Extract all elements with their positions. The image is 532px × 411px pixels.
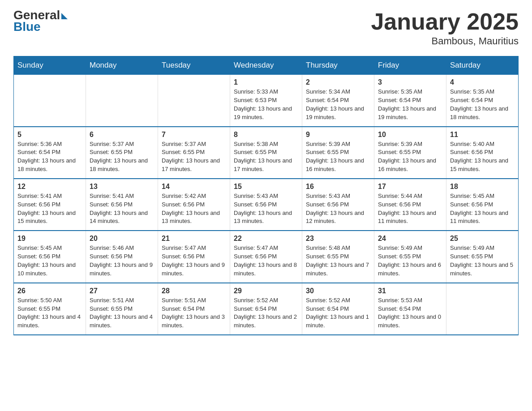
day-info: Sunrise: 5:38 AMSunset: 6:55 PMDaylight:… — [234, 140, 298, 174]
calendar-cell: 20Sunrise: 5:46 AMSunset: 6:56 PMDayligh… — [86, 231, 158, 283]
calendar-week-row: 5Sunrise: 5:36 AMSunset: 6:54 PMDaylight… — [14, 127, 519, 179]
day-number: 7 — [162, 131, 226, 139]
day-info: Sunrise: 5:42 AMSunset: 6:56 PMDaylight:… — [162, 192, 226, 226]
day-info: Sunrise: 5:35 AMSunset: 6:54 PMDaylight:… — [378, 88, 442, 121]
day-info: Sunrise: 5:41 AMSunset: 6:56 PMDaylight:… — [90, 192, 154, 226]
title-block: January 2025 Bambous, Mauritius — [371, 9, 519, 47]
day-info: Sunrise: 5:34 AMSunset: 6:54 PMDaylight:… — [306, 88, 370, 121]
calendar-cell: 7Sunrise: 5:37 AMSunset: 6:55 PMDaylight… — [158, 127, 230, 179]
calendar-cell: 3Sunrise: 5:35 AMSunset: 6:54 PMDaylight… — [374, 75, 446, 127]
calendar-cell: 17Sunrise: 5:44 AMSunset: 6:56 PMDayligh… — [374, 179, 446, 231]
day-info: Sunrise: 5:45 AMSunset: 6:56 PMDaylight:… — [17, 244, 82, 278]
day-number: 5 — [17, 131, 82, 139]
day-info: Sunrise: 5:44 AMSunset: 6:56 PMDaylight:… — [378, 192, 442, 226]
calendar-cell: 11Sunrise: 5:40 AMSunset: 6:56 PMDayligh… — [446, 127, 519, 179]
day-info: Sunrise: 5:52 AMSunset: 6:54 PMDaylight:… — [234, 296, 298, 330]
weekday-header-wednesday: Wednesday — [230, 56, 302, 75]
day-info: Sunrise: 5:51 AMSunset: 6:54 PMDaylight:… — [162, 296, 226, 330]
day-info: Sunrise: 5:47 AMSunset: 6:56 PMDaylight:… — [162, 244, 226, 278]
day-number: 27 — [90, 287, 154, 295]
calendar-cell: 8Sunrise: 5:38 AMSunset: 6:55 PMDaylight… — [230, 127, 302, 179]
day-number: 31 — [378, 287, 442, 295]
calendar-cell: 19Sunrise: 5:45 AMSunset: 6:56 PMDayligh… — [14, 231, 86, 283]
calendar-cell: 16Sunrise: 5:43 AMSunset: 6:56 PMDayligh… — [302, 179, 374, 231]
weekday-header-tuesday: Tuesday — [158, 56, 230, 75]
day-info: Sunrise: 5:46 AMSunset: 6:56 PMDaylight:… — [90, 244, 154, 278]
day-info: Sunrise: 5:43 AMSunset: 6:56 PMDaylight:… — [306, 192, 370, 226]
calendar-cell: 30Sunrise: 5:52 AMSunset: 6:54 PMDayligh… — [302, 283, 374, 335]
day-number: 26 — [17, 287, 82, 295]
calendar-cell: 22Sunrise: 5:47 AMSunset: 6:56 PMDayligh… — [230, 231, 302, 283]
day-info: Sunrise: 5:39 AMSunset: 6:55 PMDaylight:… — [306, 140, 370, 174]
day-number: 21 — [162, 235, 226, 243]
day-info: Sunrise: 5:51 AMSunset: 6:55 PMDaylight:… — [90, 296, 154, 330]
calendar-table: SundayMondayTuesdayWednesdayThursdayFrid… — [13, 56, 519, 335]
day-number: 24 — [378, 235, 442, 243]
day-info: Sunrise: 5:37 AMSunset: 6:55 PMDaylight:… — [162, 140, 226, 174]
day-info: Sunrise: 5:47 AMSunset: 6:56 PMDaylight:… — [234, 244, 298, 278]
day-number: 12 — [17, 183, 82, 191]
calendar-cell: 9Sunrise: 5:39 AMSunset: 6:55 PMDaylight… — [302, 127, 374, 179]
weekday-header-thursday: Thursday — [302, 56, 374, 75]
calendar-cell: 10Sunrise: 5:39 AMSunset: 6:55 PMDayligh… — [374, 127, 446, 179]
calendar-cell: 29Sunrise: 5:52 AMSunset: 6:54 PMDayligh… — [230, 283, 302, 335]
calendar-cell: 24Sunrise: 5:49 AMSunset: 6:55 PMDayligh… — [374, 231, 446, 283]
day-number: 10 — [378, 131, 442, 139]
weekday-header-row: SundayMondayTuesdayWednesdayThursdayFrid… — [14, 56, 519, 75]
day-info: Sunrise: 5:49 AMSunset: 6:55 PMDaylight:… — [378, 244, 442, 278]
day-number: 22 — [234, 235, 298, 243]
day-number: 15 — [234, 183, 298, 191]
day-number: 16 — [306, 183, 370, 191]
day-number: 1 — [234, 78, 298, 86]
weekday-header-saturday: Saturday — [446, 56, 519, 75]
calendar-cell: 25Sunrise: 5:49 AMSunset: 6:55 PMDayligh… — [446, 231, 519, 283]
weekday-header-monday: Monday — [86, 56, 158, 75]
day-number: 19 — [17, 235, 82, 243]
day-number: 28 — [162, 287, 226, 295]
day-info: Sunrise: 5:45 AMSunset: 6:56 PMDaylight:… — [450, 192, 515, 226]
calendar-week-row: 19Sunrise: 5:45 AMSunset: 6:56 PMDayligh… — [14, 231, 519, 283]
day-number: 30 — [306, 287, 370, 295]
calendar-title: January 2025 — [371, 9, 519, 34]
day-number: 2 — [306, 78, 370, 86]
calendar-cell: 2Sunrise: 5:34 AMSunset: 6:54 PMDaylight… — [302, 75, 374, 127]
calendar-cell — [158, 75, 230, 127]
day-info: Sunrise: 5:49 AMSunset: 6:55 PMDaylight:… — [450, 244, 515, 278]
day-number: 4 — [450, 78, 515, 86]
weekday-header-friday: Friday — [374, 56, 446, 75]
day-info: Sunrise: 5:40 AMSunset: 6:56 PMDaylight:… — [450, 140, 515, 174]
day-info: Sunrise: 5:37 AMSunset: 6:55 PMDaylight:… — [90, 140, 154, 174]
day-info: Sunrise: 5:48 AMSunset: 6:55 PMDaylight:… — [306, 244, 370, 278]
logo-arrow-icon — [61, 13, 68, 19]
day-number: 18 — [450, 183, 515, 191]
calendar-cell: 14Sunrise: 5:42 AMSunset: 6:56 PMDayligh… — [158, 179, 230, 231]
day-number: 9 — [306, 131, 370, 139]
calendar-cell: 26Sunrise: 5:50 AMSunset: 6:55 PMDayligh… — [14, 283, 86, 335]
day-number: 23 — [306, 235, 370, 243]
calendar-cell: 12Sunrise: 5:41 AMSunset: 6:56 PMDayligh… — [14, 179, 86, 231]
calendar-cell: 6Sunrise: 5:37 AMSunset: 6:55 PMDaylight… — [86, 127, 158, 179]
calendar-subtitle: Bambous, Mauritius — [371, 35, 519, 47]
day-number: 13 — [90, 183, 154, 191]
day-info: Sunrise: 5:43 AMSunset: 6:56 PMDaylight:… — [234, 192, 298, 226]
calendar-cell: 15Sunrise: 5:43 AMSunset: 6:56 PMDayligh… — [230, 179, 302, 231]
day-number: 14 — [162, 183, 226, 191]
day-number: 11 — [450, 131, 515, 139]
logo: General Blue — [13, 9, 68, 34]
calendar-week-row: 26Sunrise: 5:50 AMSunset: 6:55 PMDayligh… — [14, 283, 519, 335]
day-info: Sunrise: 5:50 AMSunset: 6:55 PMDaylight:… — [17, 296, 82, 330]
calendar-cell: 23Sunrise: 5:48 AMSunset: 6:55 PMDayligh… — [302, 231, 374, 283]
day-number: 8 — [234, 131, 298, 139]
day-info: Sunrise: 5:36 AMSunset: 6:54 PMDaylight:… — [17, 140, 82, 174]
day-info: Sunrise: 5:52 AMSunset: 6:54 PMDaylight:… — [306, 296, 370, 330]
day-number: 6 — [90, 131, 154, 139]
day-number: 25 — [450, 235, 515, 243]
day-number: 3 — [378, 78, 442, 86]
weekday-header-sunday: Sunday — [14, 56, 86, 75]
calendar-cell: 13Sunrise: 5:41 AMSunset: 6:56 PMDayligh… — [86, 179, 158, 231]
calendar-cell: 1Sunrise: 5:33 AMSunset: 6:53 PMDaylight… — [230, 75, 302, 127]
calendar-cell — [86, 75, 158, 127]
day-info: Sunrise: 5:39 AMSunset: 6:55 PMDaylight:… — [378, 140, 442, 174]
calendar-cell: 18Sunrise: 5:45 AMSunset: 6:56 PMDayligh… — [446, 179, 519, 231]
calendar-cell — [14, 75, 86, 127]
